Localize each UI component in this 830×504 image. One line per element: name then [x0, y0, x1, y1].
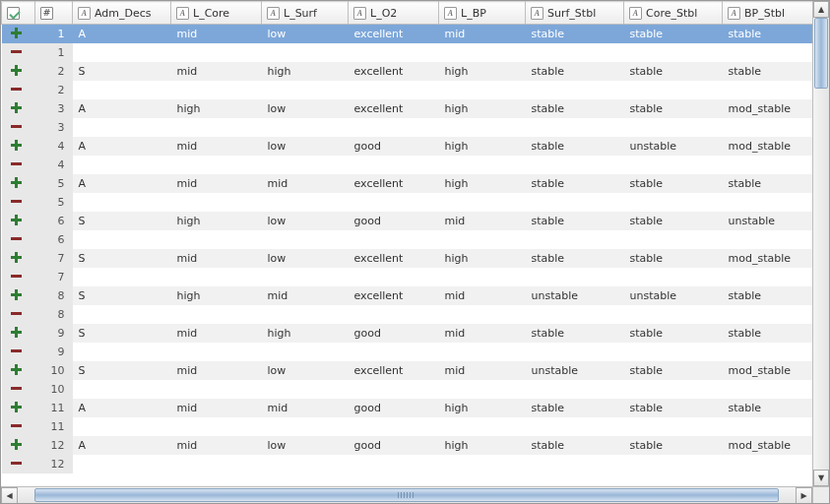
table-row[interactable]: 3 [2, 118, 813, 137]
cell[interactable]: S [73, 62, 171, 81]
row-icon-cell[interactable] [2, 249, 35, 268]
cell[interactable]: mod_stable [723, 99, 813, 118]
cell[interactable]: low [262, 361, 349, 380]
cell[interactable] [723, 43, 813, 62]
table-row[interactable]: 5 [2, 193, 813, 212]
cell[interactable]: mid [171, 324, 262, 343]
cell[interactable] [349, 118, 439, 137]
cell[interactable] [73, 156, 171, 174]
scroll-up-button[interactable]: ▲ [813, 1, 829, 18]
cell[interactable]: S [73, 324, 171, 343]
row-icon-cell[interactable] [2, 286, 35, 305]
cell[interactable]: mid [262, 174, 349, 193]
cell[interactable]: A [73, 137, 171, 156]
cell[interactable] [349, 417, 439, 436]
row-icon-cell[interactable] [2, 174, 35, 193]
cell[interactable] [439, 268, 526, 286]
row-icon-cell[interactable] [2, 343, 35, 361]
cell[interactable] [439, 118, 526, 137]
cell[interactable] [439, 43, 526, 62]
cell[interactable] [171, 268, 262, 286]
cell[interactable] [723, 118, 813, 137]
cell[interactable]: stable [526, 25, 624, 43]
cell[interactable] [526, 305, 624, 324]
cell[interactable] [73, 380, 171, 399]
header-select[interactable] [2, 2, 35, 25]
header-col-0[interactable]: AAdm_Decs [73, 2, 171, 25]
row-icon-cell[interactable] [2, 324, 35, 343]
cell[interactable]: mid [171, 25, 262, 43]
cell[interactable]: unstable [526, 361, 624, 380]
cell[interactable]: low [262, 436, 349, 455]
cell[interactable] [723, 230, 813, 249]
cell[interactable]: S [73, 361, 171, 380]
cell[interactable] [526, 268, 624, 286]
cell[interactable]: unstable [526, 286, 624, 305]
cell[interactable]: high [439, 137, 526, 156]
row-icon-cell[interactable] [2, 25, 35, 43]
cell[interactable] [349, 156, 439, 174]
cell[interactable] [723, 343, 813, 361]
table-row[interactable]: 7 [2, 268, 813, 286]
cell[interactable] [171, 193, 262, 212]
cell[interactable]: good [349, 212, 439, 230]
cell[interactable] [73, 230, 171, 249]
cell[interactable] [171, 156, 262, 174]
table-row[interactable]: 12Amidlowgoodhighstablestablemod_stable [2, 436, 813, 455]
cell[interactable]: stable [526, 249, 624, 268]
cell[interactable]: high [171, 286, 262, 305]
cell[interactable] [349, 343, 439, 361]
cell[interactable]: stable [526, 324, 624, 343]
cell[interactable]: high [439, 436, 526, 455]
cell[interactable] [439, 230, 526, 249]
cell[interactable] [439, 343, 526, 361]
cell[interactable] [439, 417, 526, 436]
cell[interactable] [262, 417, 349, 436]
cell[interactable]: excellent [349, 25, 439, 43]
cell[interactable] [526, 81, 624, 99]
cell[interactable] [349, 305, 439, 324]
cell[interactable]: stable [624, 399, 723, 417]
cell[interactable]: high [439, 174, 526, 193]
cell[interactable]: mid [171, 436, 262, 455]
cell[interactable]: S [73, 249, 171, 268]
cell[interactable] [624, 305, 723, 324]
cell[interactable] [73, 118, 171, 137]
table-row[interactable]: 9Smidhighgoodmidstablestablestable [2, 324, 813, 343]
cell[interactable] [262, 455, 349, 473]
table-row[interactable]: 7Smidlowexcellenthighstablestablemod_sta… [2, 249, 813, 268]
table-row[interactable]: 4Amidlowgoodhighstableunstablemod_stable [2, 137, 813, 156]
cell[interactable]: stable [624, 249, 723, 268]
cell[interactable]: mod_stable [723, 249, 813, 268]
cell[interactable]: mid [171, 137, 262, 156]
cell[interactable]: excellent [349, 174, 439, 193]
cell[interactable] [723, 380, 813, 399]
v-scroll-track[interactable] [813, 18, 829, 470]
cell[interactable]: stable [526, 99, 624, 118]
cell[interactable]: low [262, 25, 349, 43]
cell[interactable]: stable [624, 25, 723, 43]
header-col-6[interactable]: ACore_Stbl [624, 2, 723, 25]
h-scroll-track[interactable] [18, 487, 796, 503]
row-icon-cell[interactable] [2, 62, 35, 81]
row-icon-cell[interactable] [2, 380, 35, 399]
cell[interactable] [349, 380, 439, 399]
cell[interactable]: unstable [624, 137, 723, 156]
cell[interactable]: excellent [349, 99, 439, 118]
cell[interactable] [624, 417, 723, 436]
row-icon-cell[interactable] [2, 436, 35, 455]
cell[interactable] [349, 43, 439, 62]
cell[interactable] [624, 455, 723, 473]
table-row[interactable]: 5Amidmidexcellenthighstablestablestable [2, 174, 813, 193]
cell[interactable]: stable [526, 174, 624, 193]
cell[interactable]: A [73, 399, 171, 417]
vertical-scrollbar[interactable]: ▲ ▼ [812, 1, 829, 486]
cell[interactable]: good [349, 324, 439, 343]
row-icon-cell[interactable] [2, 81, 35, 99]
cell[interactable]: high [262, 62, 349, 81]
cell[interactable] [526, 417, 624, 436]
table-row[interactable]: 6 [2, 230, 813, 249]
cell[interactable]: mid [439, 286, 526, 305]
cell[interactable] [262, 305, 349, 324]
header-col-2[interactable]: AL_Surf [262, 2, 349, 25]
